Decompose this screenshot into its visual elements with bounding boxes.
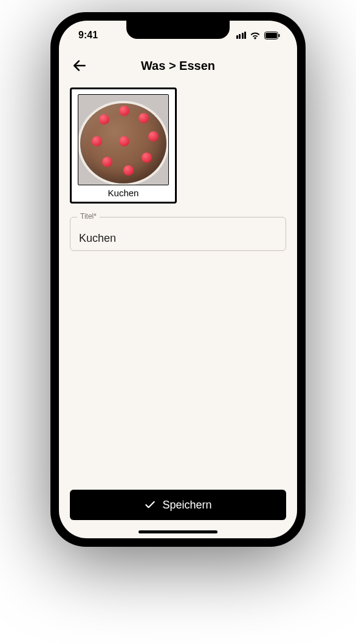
back-button[interactable] bbox=[70, 56, 89, 75]
status-indicators bbox=[236, 32, 281, 39]
home-indicator[interactable] bbox=[139, 530, 217, 533]
breadcrumb: Was > Essen bbox=[141, 59, 215, 73]
screen: 9:41 Was > Essen bbox=[59, 21, 297, 538]
device-frame: 9:41 Was > Essen bbox=[50, 12, 306, 547]
main-content: Kuchen Titel* bbox=[59, 84, 297, 490]
item-card-label: Kuchen bbox=[108, 185, 139, 199]
title-field: Titel* bbox=[70, 217, 286, 251]
battery-icon bbox=[264, 32, 280, 39]
check-icon bbox=[144, 499, 156, 511]
app-header: Was > Essen bbox=[59, 50, 297, 84]
cellular-icon bbox=[236, 32, 247, 39]
item-thumbnail bbox=[78, 94, 169, 185]
save-button-label: Speichern bbox=[162, 499, 211, 512]
notch bbox=[126, 21, 230, 39]
save-button[interactable]: Speichern bbox=[70, 490, 286, 520]
title-input[interactable] bbox=[70, 217, 286, 251]
svg-rect-1 bbox=[265, 33, 277, 38]
title-field-label: Titel* bbox=[77, 212, 100, 221]
status-time: 9:41 bbox=[78, 30, 98, 41]
item-card[interactable]: Kuchen bbox=[70, 87, 177, 204]
svg-rect-2 bbox=[279, 34, 280, 37]
arrow-left-icon bbox=[72, 58, 87, 74]
wifi-icon bbox=[250, 32, 261, 39]
